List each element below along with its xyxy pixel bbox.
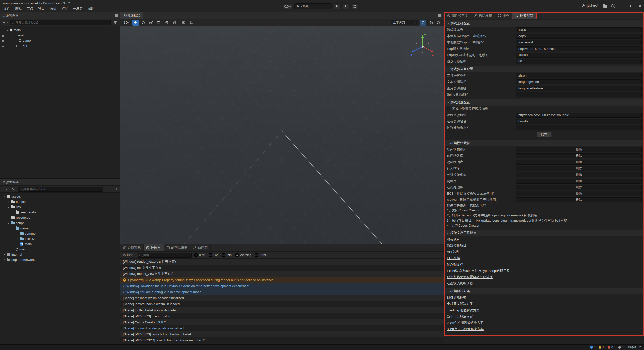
collapsed-caret-icon[interactable] (3, 254, 4, 255)
console-search[interactable] (138, 253, 192, 258)
section-game-basic[interactable]: 游戏基础配置 (444, 20, 644, 27)
tab-framework-config[interactable]: 框架配置 (512, 12, 536, 19)
asset-folder-oops-framework[interactable]: oops-framework (0, 257, 120, 262)
hierarchy-search-input[interactable] (15, 21, 109, 24)
status-error-count[interactable]: 0 (608, 346, 613, 349)
asset-folder-assets[interactable]: assets (0, 194, 120, 199)
assets-search[interactable] (18, 187, 103, 192)
minimize-button[interactable] (622, 6, 625, 6)
expand-caret-icon[interactable] (123, 285, 124, 287)
menu-panel[interactable]: 面板 (47, 5, 59, 12)
tab-console[interactable]: 控制台 (144, 244, 164, 251)
hierarchy-node-main[interactable]: main (0, 27, 120, 33)
section-i18n[interactable]: 游戏多语言配置 (444, 66, 644, 72)
delete-module-button[interactable]: 删除 (516, 153, 642, 158)
remote-bundle-input[interactable] (516, 119, 642, 124)
collapsed-caret-icon[interactable] (12, 211, 13, 213)
tab-property-inspector[interactable]: 属性检查器 (444, 12, 471, 19)
rect-tool-button[interactable] (156, 20, 162, 26)
delete-module-button[interactable]: 删除 (516, 191, 642, 196)
doc-link-ecs[interactable]: ECS文档 (447, 256, 460, 260)
status-info-count[interactable]: 3 (590, 346, 596, 349)
log-row-info[interactable]: [Window] You are running Vue in developm… (120, 289, 444, 295)
solution-link-3drpg[interactable]: 3D角色扮演游戏解决方案 (447, 327, 484, 331)
build-publish-button[interactable]: 构建发布 (581, 4, 599, 8)
log-row-warning[interactable]: [Window] [Vue warn]: Property "onInput" … (120, 277, 444, 283)
layout-button[interactable] (351, 3, 358, 9)
filter-log-checkbox[interactable]: Log (208, 253, 219, 257)
solution-link-fullstack[interactable]: 全栈开发解决方案 (447, 302, 473, 306)
rotate-tool-button[interactable] (140, 20, 147, 26)
delete-module-button[interactable]: 删除 (516, 179, 642, 184)
menu-developer[interactable]: 开发者 (70, 5, 85, 12)
snap-toggle-button[interactable] (188, 20, 195, 26)
sort-assets-button[interactable] (10, 186, 16, 192)
collapsed-caret-icon[interactable] (16, 233, 18, 234)
scale-tool-button[interactable] (148, 20, 154, 26)
panel-menu-icon[interactable] (115, 14, 118, 17)
lang-json-path-input[interactable] (516, 79, 642, 84)
lock-icon[interactable] (2, 39, 4, 42)
step-button[interactable] (342, 3, 349, 9)
delete-module-button[interactable]: 删除 (516, 147, 642, 152)
filter-error-checkbox[interactable]: Error (254, 253, 267, 257)
asset-folder-script[interactable]: script (0, 220, 120, 226)
scene-settings-button[interactable] (435, 20, 442, 26)
delete-module-button[interactable]: 删除 (516, 160, 642, 165)
expand-caret-icon[interactable] (127, 279, 129, 281)
status-warning-count[interactable]: 1 (599, 346, 604, 349)
log-row[interactable]: [Window] render_texture文件夹不存在 (120, 259, 444, 265)
expand-caret-icon[interactable] (7, 222, 9, 224)
log-row[interactable]: [Scene] [PHYSICS2D]: switch from box2d-w… (120, 337, 444, 343)
log-row[interactable]: [Scene] meshopt wasm decoder initialized (120, 295, 444, 301)
log-row[interactable]: [Scene] [PHYSICS]: using builtin. (120, 313, 444, 319)
help-icon[interactable]: ? (611, 4, 615, 8)
asset-folder-internal[interactable]: internal (0, 252, 120, 257)
solution-link-guide[interactable]: 新手引导解决方案 (447, 314, 473, 319)
doc-link-hotupdate-plugin[interactable]: 原生包热更新配置自动生成插件 (447, 275, 493, 279)
collapse-logs-button[interactable] (269, 252, 275, 258)
open-project-folder-icon[interactable] (603, 5, 607, 8)
doc-link-mvvm[interactable]: MVVM文档 (447, 262, 463, 267)
asset-folder-initialize[interactable]: initialize (0, 236, 120, 241)
tab-services[interactable]: 服务 (495, 12, 512, 19)
scene-select[interactable]: 当前场景 (294, 3, 331, 9)
expand-caret-icon[interactable] (7, 206, 9, 208)
hierarchy-node-game[interactable]: game (0, 38, 120, 43)
doc-link-excel-tool[interactable]: Excel格式转Json文件与TypeScript代码工具 (447, 269, 510, 273)
view-mode-select[interactable]: 正常浏览 (391, 20, 418, 25)
hierarchy-node-root[interactable]: root (0, 33, 120, 38)
create-node-button[interactable] (2, 20, 8, 25)
transform-gizmo-button[interactable] (164, 20, 170, 26)
scene-editor-tab[interactable]: 场景编辑器 (120, 12, 143, 19)
refresh-assets-button[interactable] (112, 186, 118, 192)
doc-link-template[interactable]: 游戏模板项目 (447, 243, 466, 248)
expand-caret-icon[interactable] (123, 291, 124, 293)
save-button[interactable]: 保存 (537, 132, 552, 137)
expand-caret-icon[interactable] (3, 196, 4, 197)
clear-console-button[interactable]: 清空 (122, 252, 134, 258)
close-button[interactable] (638, 5, 641, 8)
preview-target-button[interactable] (283, 3, 292, 9)
asset-folder-seedrandom[interactable]: seedrandom (0, 210, 120, 215)
filter-warning-checkbox[interactable]: Warning (234, 253, 252, 257)
log-row[interactable]: [Scene] [bullet]:bullet wasm lib loaded. (120, 307, 444, 313)
remote-version-input[interactable] (516, 125, 642, 130)
status-notifications[interactable]: 0 (618, 346, 624, 349)
expand-caret-icon[interactable] (11, 34, 12, 36)
collapsed-caret-icon[interactable] (15, 45, 17, 47)
section-modules[interactable]: 框架模块裁剪 (444, 140, 644, 146)
assets-filter-button[interactable] (105, 186, 111, 192)
scene-camera-button[interactable] (427, 20, 434, 26)
collapsed-caret-icon[interactable] (7, 201, 9, 202)
create-asset-button[interactable] (2, 186, 8, 192)
languages-input[interactable] (516, 73, 642, 78)
tab-animation-editor[interactable]: 动画编辑器 (164, 244, 190, 251)
log-row[interactable]: [Window] ecs文件夹不存在 (120, 265, 444, 271)
hierarchy-node-gui[interactable]: gui (0, 43, 120, 49)
play-button[interactable] (333, 3, 340, 9)
menu-help[interactable]: 帮助 (85, 5, 97, 12)
delete-module-button[interactable]: 删除 (516, 166, 642, 171)
delete-module-button[interactable]: 删除 (516, 185, 642, 190)
menu-project[interactable]: 项目 (36, 5, 47, 12)
